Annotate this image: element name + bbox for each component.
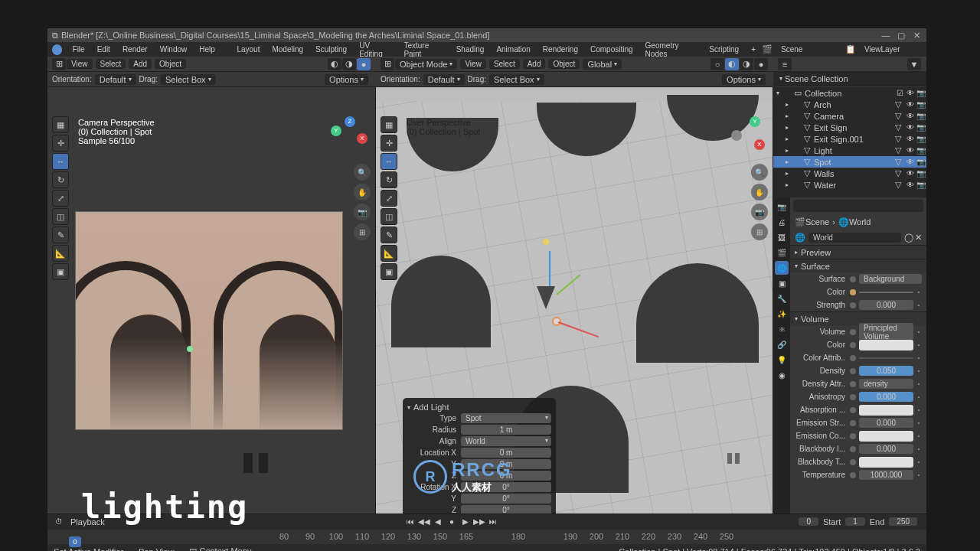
left-viewport[interactable]: Camera Perspective (0) Collection | Spot… — [47, 87, 376, 514]
preview-section[interactable]: ▸Preview — [790, 245, 926, 259]
shading-material-icon[interactable]: ◑ — [740, 58, 753, 70]
timeline-editor-icon[interactable]: ⏱ — [52, 516, 66, 528]
constraint-tab-icon[interactable]: 🔗 — [775, 337, 789, 351]
outliner-editor-icon[interactable]: ≡ — [778, 58, 792, 70]
jump-end-icon[interactable]: ⏭ — [486, 516, 500, 528]
options-dropdown[interactable]: Options▾ — [325, 74, 368, 85]
record-icon[interactable]: ● — [445, 516, 459, 528]
filter-icon[interactable]: ▼ — [907, 58, 921, 70]
transform-tool[interactable]: ◫ — [381, 208, 397, 225]
world-dropdown[interactable]: World — [808, 233, 901, 243]
prop-blackbody-t-[interactable] — [859, 457, 913, 468]
add-light-y[interactable]: 0 m — [461, 459, 551, 469]
outliner-item-light[interactable]: ▸▽Light▽👁📷 — [773, 145, 926, 156]
shading-rendered-icon[interactable]: ● — [754, 58, 768, 70]
move-tool[interactable]: ↔ — [52, 153, 69, 170]
prop-absorption-[interactable] — [859, 405, 913, 416]
unlink-button[interactable]: ✕ — [915, 233, 922, 243]
scene-collection-row[interactable]: ▾ Scene Collection — [773, 72, 926, 86]
orientation-dropdown[interactable]: Global▾ — [583, 59, 622, 70]
particle-tab-icon[interactable]: ✨ — [775, 307, 789, 321]
shading-rendered-icon[interactable]: ● — [357, 58, 371, 70]
play-icon[interactable]: ▶ — [459, 516, 472, 528]
scale-tool[interactable]: ⤢ — [52, 190, 69, 207]
prop-color-attrib-[interactable] — [859, 357, 913, 359]
add-tool[interactable]: ▣ — [381, 263, 397, 280]
jump-start-icon[interactable]: ⏮ — [403, 516, 417, 528]
menu-edit[interactable]: Edit — [91, 45, 116, 54]
scene-dropdown[interactable]: Scene — [776, 44, 841, 54]
menu-window[interactable]: Window — [154, 45, 194, 54]
gizmo-handle[interactable] — [543, 239, 549, 245]
menu-render[interactable]: Render — [116, 45, 154, 54]
add-light-type[interactable]: Spot — [461, 413, 551, 423]
spot-light-icon[interactable] — [537, 286, 555, 309]
tab-add[interactable]: + — [745, 45, 762, 54]
rotate-tool[interactable]: ↻ — [52, 171, 69, 188]
menu-view[interactable]: View — [460, 59, 486, 69]
orientation-value[interactable]: Default▾ — [423, 74, 465, 85]
scale-tool[interactable]: ⤢ — [381, 190, 397, 207]
nav-gizmo[interactable]: Y X — [728, 116, 765, 153]
outliner-item-exit-sign-001[interactable]: ▸▽Exit Sign.001▽👁📷 — [773, 133, 926, 145]
output-tab-icon[interactable]: 🖨 — [775, 215, 789, 229]
rotate-tool[interactable]: ↻ — [381, 171, 397, 188]
menu-select[interactable]: Select — [96, 59, 126, 69]
shading-solid-icon[interactable]: ◐ — [328, 58, 341, 70]
surface-color[interactable] — [859, 292, 913, 293]
measure-tool[interactable]: 📐 — [381, 245, 397, 262]
keyframe-next-icon[interactable]: ▶▶ — [472, 516, 486, 528]
outliner-item-water[interactable]: ▸▽Water▽👁📷 — [773, 179, 926, 191]
scene-tab-icon[interactable]: 🎬 — [775, 246, 789, 259]
outliner-item-spot[interactable]: ▸▽Spot▽👁📷 — [773, 156, 926, 168]
viewlayer-tab-icon[interactable]: 🖼 — [775, 230, 789, 244]
world-tab-icon[interactable]: 🌐 — [775, 261, 789, 275]
pan-icon[interactable]: ✋ — [751, 184, 768, 201]
outliner-item-exit-sign[interactable]: ▸▽Exit Sign▽👁📷 — [773, 122, 926, 133]
cursor-tool[interactable]: ✛ — [52, 135, 69, 152]
tab-rendering[interactable]: Rendering — [537, 45, 584, 54]
tab-scripting[interactable]: Scripting — [703, 45, 745, 54]
property-search[interactable] — [793, 200, 923, 212]
outliner-item-walls[interactable]: ▸▽Walls▽👁📷 — [773, 168, 926, 179]
prop-density[interactable]: 0.050 — [859, 366, 913, 376]
transform-tool[interactable]: ◫ — [52, 208, 69, 225]
prop-anisotropy[interactable]: 0.000 — [859, 392, 913, 402]
surface-section[interactable]: ▾Surface — [790, 259, 926, 272]
mode-dropdown[interactable]: Object Mode▾ — [395, 59, 457, 70]
shading-material-icon[interactable]: ◑ — [342, 58, 356, 70]
collection-row[interactable]: ▾ ▭ Collection ☑👁📷 — [773, 87, 926, 99]
select-box-tool[interactable]: ▦ — [381, 116, 397, 133]
cursor-tool[interactable]: ✛ — [381, 135, 397, 152]
close-button[interactable]: ✕ — [911, 30, 922, 41]
viewlayer-dropdown[interactable]: ViewLayer — [860, 44, 925, 54]
new-world-button[interactable]: ◯ — [904, 233, 913, 243]
zoom-icon[interactable]: 🔍 — [751, 164, 768, 181]
timeline-ruler[interactable]: 0 8090100 110120130 150165 180190 200210… — [47, 530, 926, 545]
nav-gizmo[interactable]: Y X Z — [331, 116, 368, 153]
minimize-button[interactable]: — — [880, 30, 891, 41]
menu-object[interactable]: Object — [155, 59, 186, 69]
tab-compositing[interactable]: Compositing — [584, 45, 639, 54]
playhead[interactable]: 0 — [69, 536, 81, 547]
add-light-align[interactable]: World — [461, 436, 551, 446]
prop-blackbody-i-[interactable]: 0.000 — [859, 444, 913, 454]
current-frame[interactable]: 0 — [799, 517, 818, 526]
tab-texpaint[interactable]: Texture Paint — [397, 41, 449, 58]
add-light-rotation-x[interactable]: 0° — [461, 482, 551, 492]
outliner-item-arch[interactable]: ▸▽Arch▽👁📷 — [773, 99, 926, 110]
move-tool[interactable]: ↔ — [381, 153, 397, 170]
tab-sculpting[interactable]: Sculpting — [309, 45, 353, 54]
camera-icon[interactable]: 📷 — [354, 204, 371, 220]
shading-solid-icon[interactable]: ◐ — [725, 58, 739, 70]
shading-wire-icon[interactable]: ○ — [710, 58, 724, 70]
menu-view[interactable]: View — [67, 59, 93, 69]
data-tab-icon[interactable]: 💡 — [775, 353, 789, 367]
annotate-tool[interactable]: ✎ — [381, 227, 397, 243]
material-tab-icon[interactable]: ◉ — [775, 368, 789, 382]
persp-icon[interactable]: ⊞ — [354, 223, 371, 240]
outliner-item-camera[interactable]: ▸▽Camera▽👁📷 — [773, 110, 926, 122]
add-light-location-x[interactable]: 0 m — [461, 448, 551, 458]
tab-modeling[interactable]: Modeling — [266, 45, 309, 54]
menu-file[interactable]: File — [67, 45, 91, 54]
